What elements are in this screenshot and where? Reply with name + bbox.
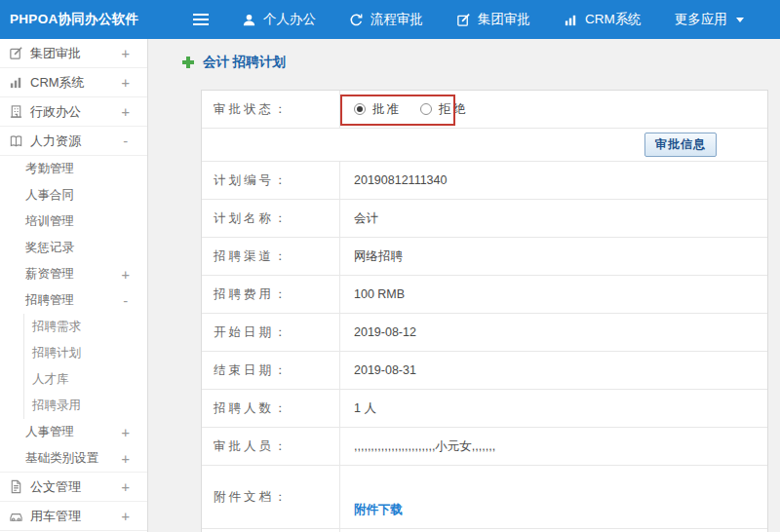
- sidebar-item-recruit-hire[interactable]: 招聘录用: [23, 393, 147, 419]
- page-title-text: 会计 招聘计划: [203, 54, 286, 71]
- nav-crm-system[interactable]: CRM系统: [564, 11, 642, 28]
- field-label: 计划编号：: [202, 162, 340, 199]
- sidebar-item-label: 招聘录用: [32, 398, 134, 414]
- car-icon: [9, 509, 23, 523]
- expand-icon[interactable]: +: [122, 509, 134, 524]
- sidebar-item-crm[interactable]: CRM系统 +: [0, 68, 147, 97]
- attachment-row: 附件文档： 附件下载: [202, 466, 767, 529]
- plus-icon: [181, 56, 195, 69]
- sidebar-item-label: 招聘需求: [32, 319, 134, 335]
- expand-icon[interactable]: +: [122, 451, 134, 467]
- field-label: 附件文档：: [202, 466, 340, 528]
- sidebar-item-label: 薪资管理: [25, 266, 116, 283]
- sidebar-item-label: CRM系统: [30, 74, 115, 92]
- collapse-icon[interactable]: -: [122, 293, 134, 309]
- top-bar: PHPOA协同办公软件 个人办公 流程审批 集团审批 CRM系统: [0, 0, 780, 39]
- building-icon: [9, 104, 23, 119]
- sidebar-item-group-approval[interactable]: 集团审批 +: [0, 39, 147, 68]
- sidebar-item-rewards[interactable]: 奖惩记录: [0, 235, 147, 261]
- field-value: 1 人: [340, 390, 767, 427]
- sidebar-item-personnel-mgmt[interactable]: 人事管理+: [0, 419, 147, 445]
- approval-info-row: 审批信息: [202, 129, 767, 162]
- sidebar-item-training[interactable]: 培训管理: [0, 209, 147, 235]
- sidebar-item-base-category[interactable]: 基础类别设置+: [0, 445, 147, 472]
- expand-icon[interactable]: +: [122, 46, 134, 61]
- field-label: 招聘渠道：: [202, 238, 340, 275]
- sidebar-item-label: 招聘管理: [25, 292, 116, 309]
- edit-icon: [456, 13, 471, 27]
- table-row: 计划编号： 20190812111340: [202, 162, 767, 200]
- edit-icon: [9, 46, 23, 60]
- top-navigation: 个人办公 流程审批 集团审批 CRM系统 更多应用: [242, 11, 744, 28]
- expand-icon[interactable]: +: [122, 479, 134, 495]
- book-icon: [9, 133, 23, 148]
- approval-status-row: 审批状态： 批准 拒绝: [202, 91, 767, 129]
- field-value: 2019-08-31: [340, 352, 767, 389]
- radio-button-icon[interactable]: [354, 103, 366, 115]
- chart-icon: [564, 13, 578, 27]
- nav-personal-office[interactable]: 个人办公: [242, 11, 316, 28]
- field-value: ,,,,,,,,,,,,,,,,,,,,,,,,小元女,,,,,,,: [340, 428, 767, 465]
- person-icon: [242, 13, 256, 27]
- sidebar-item-label: 招聘计划: [32, 345, 134, 361]
- sidebar-item-label: 奖惩记录: [25, 240, 134, 256]
- main-content: 会计 招聘计划 审批状态： 批准 拒绝 审批信息: [148, 39, 780, 532]
- nav-group-approval[interactable]: 集团审批: [456, 11, 530, 28]
- menu-toggle-icon[interactable]: [193, 14, 209, 25]
- document-icon: [9, 479, 23, 494]
- sidebar-item-recruit-mgmt[interactable]: 招聘管理-: [0, 287, 147, 314]
- sidebar-item-hr-contract[interactable]: 人事合同: [0, 182, 147, 209]
- field-label: 开始日期：: [202, 314, 340, 351]
- sidebar-item-human-resources[interactable]: 人力资源 -: [0, 127, 147, 156]
- table-row: 招聘渠道： 网络招聘: [202, 238, 767, 276]
- field-value: 2019-08-12: [340, 314, 767, 351]
- attachment-download-link[interactable]: 附件下载: [354, 503, 403, 516]
- nav-label: 个人办公: [263, 11, 316, 28]
- radio-label[interactable]: 批准: [372, 101, 401, 118]
- expand-icon[interactable]: +: [122, 267, 134, 283]
- nav-label: 流程审批: [370, 11, 423, 28]
- radio-reject[interactable]: 拒绝: [420, 101, 467, 118]
- nav-label: 更多应用: [675, 11, 727, 28]
- approval-info-button[interactable]: 审批信息: [644, 133, 717, 157]
- nav-more-apps[interactable]: 更多应用: [675, 11, 744, 28]
- radio-label[interactable]: 拒绝: [439, 101, 467, 118]
- nav-label: CRM系统: [585, 11, 642, 28]
- table-row: 开始日期： 2019-08-12: [202, 314, 767, 352]
- expand-icon[interactable]: +: [122, 425, 134, 440]
- sidebar-item-label: 培训管理: [25, 213, 134, 230]
- table-row: 招聘费用： 100 RMB: [202, 276, 767, 314]
- sidebar-item-admin-office[interactable]: 行政办公 +: [0, 97, 147, 127]
- sidebar-item-recruit-plan[interactable]: 招聘计划: [23, 340, 147, 366]
- sidebar-item-label: 人才库: [32, 371, 134, 388]
- sidebar-item-document-mgmt[interactable]: 公文管理 +: [0, 473, 147, 502]
- sidebar-item-recruit-demand[interactable]: 招聘需求: [23, 314, 147, 340]
- table-row: 审批人员： ,,,,,,,,,,,,,,,,,,,,,,,,小元女,,,,,,,: [202, 428, 767, 466]
- field-value: 20190812111340: [340, 162, 767, 199]
- sidebar-item-label: 人事合同: [25, 187, 134, 204]
- caret-down-icon: [736, 18, 744, 22]
- sidebar: 集团审批 + CRM系统 + 行政办公 + 人力资源 - 考勤管理 人事合同 培…: [0, 39, 148, 532]
- chart-icon: [9, 75, 23, 90]
- field-label: 招聘人数：: [202, 390, 340, 427]
- sidebar-item-label: 集团审批: [30, 45, 115, 62]
- table-row: 结束日期： 2019-08-31: [202, 352, 767, 390]
- sidebar-item-attendance[interactable]: 考勤管理: [0, 156, 147, 182]
- radio-approve[interactable]: 批准: [354, 101, 401, 118]
- recruit-plan-form: 审批状态： 批准 拒绝 审批信息 计划编号：: [201, 90, 768, 532]
- nav-process-approval[interactable]: 流程审批: [349, 11, 423, 28]
- sidebar-item-salary[interactable]: 薪资管理+: [0, 261, 147, 287]
- app-logo: PHPOA协同办公软件: [0, 11, 148, 28]
- sidebar-item-vehicle-mgmt[interactable]: 用车管理 +: [0, 502, 147, 531]
- sidebar-item-label: 人事管理: [25, 424, 116, 440]
- radio-button-icon[interactable]: [420, 103, 432, 115]
- expand-icon[interactable]: +: [122, 75, 134, 91]
- table-row: 计划名称： 会计: [202, 200, 767, 238]
- field-value: 100 RMB: [340, 276, 767, 313]
- sidebar-item-talent-pool[interactable]: 人才库: [23, 366, 147, 393]
- approval-options: 批准 拒绝: [340, 95, 767, 124]
- field-label: 招聘费用：: [202, 276, 340, 313]
- collapse-icon[interactable]: -: [122, 133, 134, 149]
- expand-icon[interactable]: +: [122, 104, 134, 120]
- hr-submenu: 考勤管理 人事合同 培训管理 奖惩记录 薪资管理+ 招聘管理- 招聘需求 招聘计…: [0, 156, 147, 473]
